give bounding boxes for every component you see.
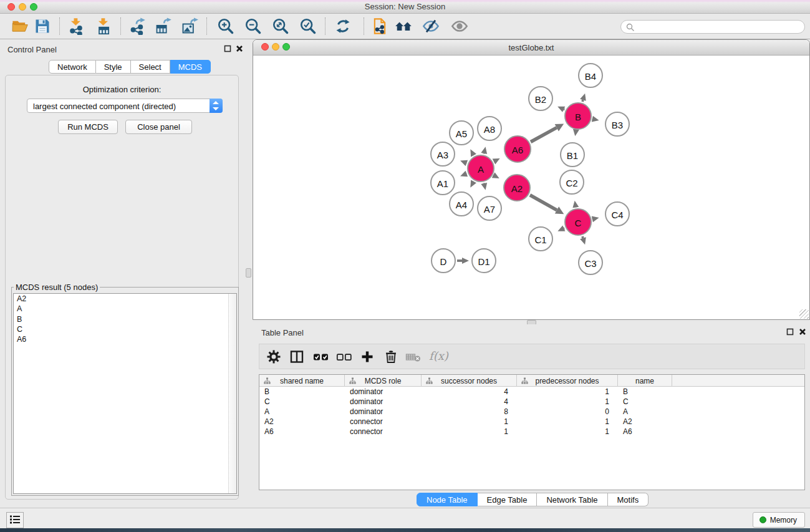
optimization-criterion-select[interactable]: largest connected component (directed) [27, 99, 223, 113]
new-network-from-selection-button[interactable] [369, 16, 390, 37]
vertical-divider-handle[interactable] [246, 268, 251, 278]
graph-node-A7[interactable]: A7 [478, 196, 501, 220]
column-header-MCDS-role[interactable]: MCDS role [345, 375, 422, 387]
zoom-out-button[interactable] [243, 16, 264, 37]
graph-node-C4[interactable]: C4 [605, 202, 629, 226]
table-row[interactable]: Bdominator41B [259, 387, 804, 397]
table-cell[interactable]: dominator [345, 407, 422, 417]
close-panel-button[interactable]: Close panel [125, 120, 192, 134]
result-item[interactable]: A [14, 304, 236, 314]
table-cell[interactable]: 4 [422, 397, 517, 407]
import-table-button[interactable] [93, 16, 114, 37]
column-header-successor-nodes[interactable]: successor nodes [422, 375, 517, 387]
tab-network[interactable]: Network [49, 60, 96, 74]
graph-node-D[interactable]: D [432, 249, 455, 273]
tab-network-table[interactable]: Network Table [537, 493, 607, 506]
table-cell[interactable]: 1 [517, 417, 618, 427]
table-cell[interactable]: dominator [345, 397, 422, 407]
graph-node-A8[interactable]: A8 [478, 117, 501, 140]
graph-node-C3[interactable]: C3 [579, 251, 602, 274]
search-input[interactable] [637, 21, 799, 32]
save-session-button[interactable] [32, 16, 53, 37]
table-cell[interactable]: B [618, 387, 672, 397]
show-all-button[interactable] [449, 16, 470, 37]
table-row[interactable]: Cdominator41C [259, 397, 804, 407]
table-cell[interactable]: C [259, 397, 345, 407]
result-item[interactable]: A2 [14, 294, 236, 304]
table-cell[interactable]: 1 [422, 417, 517, 427]
graph-node-A3[interactable]: A3 [431, 142, 455, 166]
table-cell[interactable]: connector [345, 427, 422, 437]
table-cell[interactable]: 1 [422, 427, 517, 437]
hide-selected-button[interactable] [420, 16, 441, 37]
graph-node-A2[interactable]: A2 [504, 175, 530, 201]
result-item[interactable]: C [14, 324, 236, 334]
tab-style[interactable]: Style [96, 60, 131, 74]
result-list-scrollbar[interactable] [228, 294, 236, 493]
table-cell[interactable]: 1 [517, 387, 618, 397]
export-image-button[interactable] [179, 16, 200, 37]
first-neighbors-button[interactable] [393, 16, 414, 37]
column-header-shared-name[interactable]: shared name [259, 375, 345, 387]
run-mcds-button[interactable]: Run MCDS [58, 120, 118, 134]
table-panel-float-button[interactable] [786, 328, 794, 337]
graph-node-B[interactable]: B [565, 103, 591, 129]
graph-node-C2[interactable]: C2 [560, 170, 584, 194]
graph-node-C[interactable]: C [565, 209, 591, 235]
table-cell[interactable]: A6 [259, 427, 345, 437]
open-session-button[interactable] [9, 16, 31, 37]
select-all-button[interactable] [312, 347, 330, 366]
table-cell[interactable]: 4 [422, 387, 517, 397]
column-header-predecessor-nodes[interactable]: predecessor nodes [517, 375, 618, 387]
delete-entry-button[interactable] [382, 347, 400, 366]
table-row[interactable]: A6connector11A6 [259, 427, 804, 437]
table-row[interactable]: A2connector11A2 [259, 417, 804, 427]
graph-node-D1[interactable]: D1 [472, 249, 496, 273]
result-item[interactable]: B [14, 314, 236, 324]
table-cell[interactable]: A [618, 407, 672, 417]
tab-motifs[interactable]: Motifs [608, 493, 649, 506]
graph-node-A5[interactable]: A5 [450, 121, 473, 145]
task-history-button[interactable] [6, 512, 24, 528]
graph-node-B1[interactable]: B1 [561, 143, 584, 167]
network-canvas[interactable]: AA1A2A3A4A5A6A7A8BB1B2B3B4CC1C2C3C4DD1 [253, 56, 809, 319]
table-panel-close-button[interactable] [799, 328, 806, 337]
graph-node-A4[interactable]: A4 [450, 192, 473, 216]
table-cell[interactable]: A6 [618, 427, 672, 437]
show-columns-button[interactable] [287, 347, 306, 366]
tab-mcds[interactable]: MCDS [170, 60, 211, 74]
resize-grip[interactable] [799, 309, 809, 319]
import-network-button[interactable] [65, 16, 87, 37]
apply-layout-button[interactable] [332, 16, 354, 37]
graph-node-A1[interactable]: A1 [431, 171, 455, 195]
control-panel-close-button[interactable] [236, 45, 243, 54]
table-cell[interactable]: B [259, 387, 345, 397]
table-cell[interactable]: A2 [618, 417, 672, 427]
table-cell[interactable]: 1 [517, 397, 618, 407]
table-row[interactable]: Adominator80A [259, 407, 804, 417]
graph-node-B2[interactable]: B2 [529, 87, 552, 110]
table-cell[interactable]: A [259, 407, 345, 417]
table-cell[interactable]: 8 [422, 407, 517, 417]
zoom-fit-button[interactable] [270, 16, 291, 37]
memory-button[interactable]: Memory [753, 512, 805, 528]
zoom-in-button[interactable] [215, 16, 236, 37]
graph-node-B4[interactable]: B4 [579, 64, 602, 87]
table-cell[interactable]: 0 [517, 407, 618, 417]
table-cell[interactable]: C [618, 397, 672, 407]
table-cell[interactable]: connector [345, 417, 422, 427]
tab-edge-table[interactable]: Edge Table [478, 493, 538, 506]
tab-node-table[interactable]: Node Table [417, 493, 478, 506]
delete-table-button[interactable] [404, 347, 423, 366]
table-cell[interactable]: A2 [259, 417, 345, 427]
export-table-button[interactable] [153, 16, 174, 37]
graph-node-A6[interactable]: A6 [504, 136, 531, 162]
graph-node-A[interactable]: A [468, 155, 494, 181]
export-network-button[interactable] [127, 16, 148, 37]
function-builder-button[interactable]: f(x) [429, 349, 448, 362]
table-settings-button[interactable] [264, 347, 283, 366]
table-cell[interactable]: dominator [345, 387, 422, 397]
graph-node-B3[interactable]: B3 [605, 112, 629, 136]
table-cell[interactable]: 1 [517, 427, 618, 437]
control-panel-float-button[interactable] [224, 45, 231, 54]
